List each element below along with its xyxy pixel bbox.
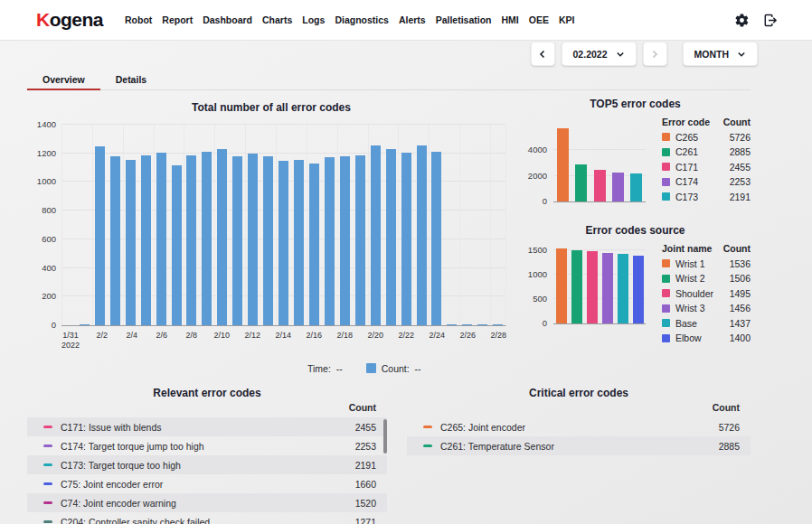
error-row-C204[interactable]: C204: Controller sanity check failed1271 — [27, 512, 387, 524]
legend-item-label[interactable]: C265 — [675, 132, 723, 143]
nav-item-kpi[interactable]: KPI — [559, 14, 575, 25]
bar-2/27[interactable] — [477, 324, 487, 326]
bar-2/2[interactable] — [95, 146, 105, 325]
nav-item-diagnostics[interactable]: Diagnostics — [335, 14, 389, 25]
legend-item-label[interactable]: Shoulder — [675, 288, 723, 299]
bar-Elbow[interactable] — [633, 256, 644, 323]
bar-2/7[interactable] — [172, 165, 182, 325]
bar-C173[interactable] — [630, 173, 642, 201]
bar-C261[interactable] — [575, 164, 587, 201]
nav-item-logs[interactable]: Logs — [302, 14, 325, 25]
period-dropdown[interactable]: 02.2022 — [562, 42, 637, 66]
bar-2/19[interactable] — [355, 155, 365, 325]
legend-item-label[interactable]: C261 — [675, 146, 723, 157]
bar-2/14[interactable] — [279, 161, 288, 325]
legend-swatch[interactable] — [662, 319, 670, 327]
range-dropdown[interactable]: MONTH — [683, 42, 759, 66]
legend-table: Joint nameCountWrist 11536Wrist 21506Sho… — [662, 243, 751, 343]
error-row-C173[interactable]: C173: Target torque too high2191 — [27, 455, 387, 474]
nav-item-hmi[interactable]: HMI — [502, 14, 519, 25]
settings-gear-icon[interactable] — [733, 12, 750, 28]
legend-item-label[interactable]: C173 — [675, 192, 723, 202]
legend-item-count: 2253 — [723, 176, 751, 187]
legend-swatch[interactable] — [662, 178, 670, 186]
legend-swatch[interactable] — [662, 163, 670, 171]
bar-2/28[interactable] — [493, 324, 503, 326]
bar-2/20[interactable] — [371, 145, 381, 325]
error-row-C261[interactable]: C261: Temperature Sensor2885 — [407, 436, 751, 455]
bar-2/15[interactable] — [294, 160, 304, 325]
bar-2/10[interactable] — [217, 149, 227, 325]
legend-item-label[interactable]: C174 — [675, 176, 723, 187]
bar-2/16[interactable] — [309, 164, 319, 325]
next-period-button[interactable] — [643, 42, 667, 66]
bar-2/21[interactable] — [386, 149, 396, 325]
bar-2/13[interactable] — [263, 156, 273, 325]
bar-2/26[interactable] — [462, 324, 472, 326]
bar-2/6[interactable] — [156, 153, 166, 325]
legend-swatch[interactable] — [662, 133, 670, 141]
nav-item-charts[interactable]: Charts — [262, 14, 292, 25]
bar-2/3[interactable] — [110, 156, 120, 325]
bar-2/23[interactable] — [417, 145, 427, 325]
bar-2/18[interactable] — [340, 156, 350, 325]
legend-item-label[interactable]: Wrist 1 — [675, 258, 723, 269]
prev-period-button[interactable] — [531, 42, 555, 66]
nav-item-palletisation[interactable]: Palletisation — [436, 14, 492, 25]
scrollbar[interactable] — [383, 419, 387, 454]
legend-item-label[interactable]: Elbow — [675, 332, 723, 343]
legend-swatch[interactable] — [662, 304, 670, 313]
error-row-C75[interactable]: C75: Joint encoder error1660 — [27, 474, 387, 493]
legend-swatch[interactable] — [662, 289, 670, 297]
legend-item-label[interactable]: Wrist 2 — [675, 273, 723, 284]
tab-overview[interactable]: Overview — [27, 69, 100, 89]
nav-item-robot[interactable]: Robot — [125, 14, 152, 25]
bar-Shoulder[interactable] — [587, 251, 598, 323]
legend-swatch[interactable] — [662, 192, 670, 201]
bar-2/1[interactable] — [80, 324, 90, 326]
legend-count[interactable]: Count: -- — [366, 363, 421, 374]
total-errors-chart: Total number of all error codes 02004006… — [36, 98, 506, 374]
error-row-C174[interactable]: C174: Target torque jump too high2253 — [27, 436, 387, 455]
error-color-dash — [423, 426, 432, 429]
bar-2/24[interactable] — [431, 152, 441, 325]
bar-2/25[interactable] — [447, 324, 457, 326]
logout-icon[interactable] — [761, 12, 778, 28]
top-navigation-bar: Kogena RobotReportDashboardChartsLogsDia… — [0, 0, 812, 41]
bar-C171[interactable] — [594, 170, 606, 201]
nav-item-report[interactable]: Report — [162, 14, 193, 25]
tab-details[interactable]: Details — [100, 69, 162, 89]
bar-Wrist 3[interactable] — [602, 253, 613, 323]
bar-Wrist 2[interactable] — [571, 250, 582, 323]
bar-2/9[interactable] — [202, 152, 212, 326]
bar-C174[interactable] — [612, 173, 624, 201]
bar-2/22[interactable] — [401, 153, 411, 325]
nav-item-alerts[interactable]: Alerts — [399, 14, 426, 25]
legend-swatch[interactable] — [662, 334, 670, 342]
legend-item-label[interactable]: Base — [675, 318, 723, 329]
bar-2/17[interactable] — [325, 157, 335, 325]
bar-2/5[interactable] — [141, 155, 151, 325]
nav-item-oee[interactable]: OEE — [529, 14, 549, 25]
error-row-C265[interactable]: C265: Joint encoder5726 — [407, 417, 751, 436]
bar-Base[interactable] — [618, 254, 628, 323]
bar-C265[interactable] — [557, 128, 569, 201]
bar-Wrist 1[interactable] — [556, 248, 567, 323]
bar-2/4[interactable] — [126, 160, 136, 325]
bar-2/12[interactable] — [248, 154, 258, 325]
error-rows: C265: Joint encoder5726C261: Temperature… — [407, 417, 751, 455]
legend-swatch[interactable] — [662, 259, 670, 267]
bar-2/8[interactable] — [186, 155, 196, 325]
nav-item-dashboard[interactable]: Dashboard — [203, 14, 252, 25]
legend-item-label[interactable]: C171 — [675, 162, 723, 173]
error-row-C171[interactable]: C171: Issue with blends2455 — [27, 417, 387, 436]
legend-header-count: Count — [723, 243, 751, 254]
error-row-C74[interactable]: C74: Joint encoder warning1520 — [27, 493, 387, 512]
y-tick-label: 1000 — [33, 177, 56, 186]
legend-swatch[interactable] — [662, 275, 670, 283]
bar-2/11[interactable] — [232, 156, 242, 325]
kogena-logo[interactable]: Kogena — [36, 9, 103, 31]
legend-time[interactable]: Time: -- — [307, 363, 343, 374]
legend-item-label[interactable]: Wrist 3 — [675, 303, 723, 313]
legend-swatch[interactable] — [662, 148, 670, 156]
